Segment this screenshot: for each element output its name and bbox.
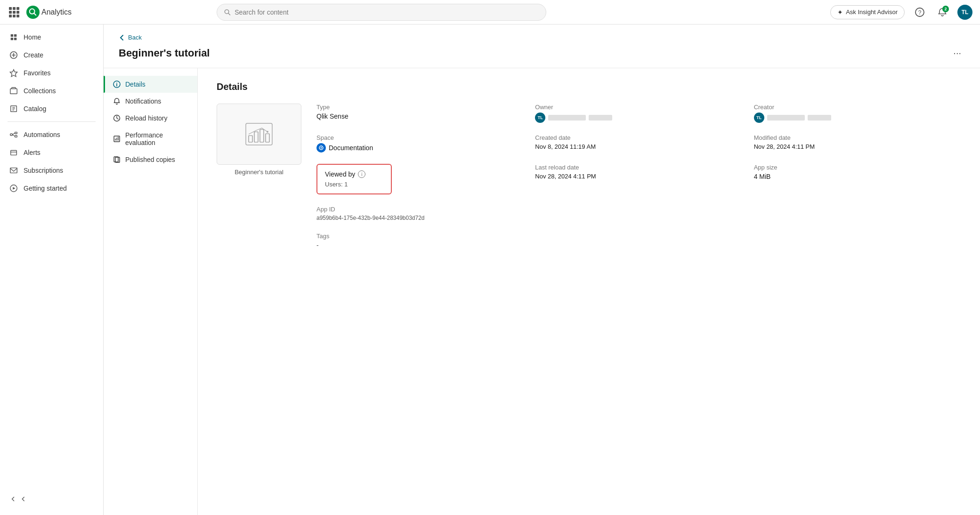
- sidebar-label-automations: Automations: [24, 131, 60, 138]
- sidebar: Home Create Favorites Collections Catalo…: [0, 24, 104, 515]
- svg-rect-42: [254, 132, 258, 142]
- tab-details-label: Details: [125, 80, 146, 88]
- sidebar-item-favorites[interactable]: Favorites: [0, 64, 103, 82]
- tab-published-copies[interactable]: Published copies: [104, 151, 197, 168]
- svg-rect-43: [260, 129, 264, 142]
- space-value: Documentation: [329, 144, 373, 152]
- svg-point-47: [321, 147, 322, 149]
- creator-name-blur: [767, 115, 805, 121]
- space-inner-icon: [318, 145, 324, 151]
- svg-marker-28: [13, 187, 15, 189]
- meta-app-id: App ID a959b6b4-175e-432b-9e44-28349b03d…: [316, 206, 524, 221]
- type-value: Qlik Sense: [316, 113, 524, 120]
- back-label: Back: [128, 34, 142, 41]
- tab-reload-history[interactable]: Reload history: [104, 110, 197, 127]
- search-bar[interactable]: [217, 4, 546, 21]
- owner-row: TL: [535, 113, 742, 123]
- sidebar-item-create[interactable]: Create: [0, 46, 103, 64]
- app-thumbnail: [217, 104, 301, 165]
- more-options-button[interactable]: ···: [949, 46, 965, 60]
- search-icon: [224, 8, 231, 16]
- details-icon: [113, 80, 121, 88]
- tab-details[interactable]: Details: [104, 76, 197, 93]
- sidebar-item-catalog[interactable]: Catalog: [0, 100, 103, 118]
- last-reload-value: Nov 28, 2024 4:11 PM: [535, 173, 742, 180]
- collapse-arrow-icon: [21, 495, 28, 503]
- meta-row-1: Type Qlik Sense Owner TL: [316, 104, 961, 123]
- sidebar-label-collections: Collections: [24, 87, 56, 95]
- tags-value: -: [316, 241, 961, 249]
- app-preview-row: Beginner's tutorial Type Qlik Sense Owne…: [217, 104, 961, 249]
- svg-point-2: [225, 9, 228, 13]
- qlik-logo: Analytics: [26, 6, 72, 19]
- meta-app-size: App size 4 MiB: [754, 164, 961, 194]
- app-thumbnail-container: Beginner's tutorial: [217, 104, 301, 176]
- owner-name-blur: [548, 115, 586, 121]
- type-label: Type: [316, 104, 524, 111]
- svg-rect-6: [11, 34, 13, 37]
- content-area: Details Notifications Reload history Per…: [104, 68, 980, 515]
- meta-type: Type Qlik Sense: [316, 104, 524, 123]
- sidebar-item-collections[interactable]: Collections: [0, 82, 103, 100]
- page-header: Back Beginner's tutorial ···: [104, 24, 980, 68]
- svg-line-23: [12, 135, 15, 137]
- viewed-by-value: Users: 1: [325, 181, 383, 188]
- collapse-sidebar-button[interactable]: [0, 491, 103, 507]
- grid-icon: [9, 7, 19, 17]
- created-date-value: Nov 8, 2024 11:19 AM: [535, 143, 742, 150]
- details-section-title: Details: [217, 81, 961, 92]
- creator-name-blur-2: [808, 115, 831, 121]
- create-icon: [9, 51, 18, 59]
- creator-row: TL: [754, 113, 961, 123]
- meta-row-2: Space Documentation Created date: [316, 134, 961, 153]
- svg-rect-24: [11, 151, 17, 155]
- sidebar-item-subscriptions[interactable]: Subscriptions: [0, 161, 103, 179]
- search-input[interactable]: [235, 8, 539, 16]
- tab-performance-evaluation[interactable]: Performance evaluation: [104, 127, 197, 151]
- owner-avatar: TL: [535, 113, 545, 123]
- svg-text:?: ?: [918, 9, 922, 16]
- avatar[interactable]: TL: [957, 5, 972, 20]
- app-size-value: 4 MiB: [754, 173, 961, 180]
- svg-line-22: [12, 133, 15, 135]
- help-button[interactable]: ?: [912, 5, 927, 20]
- tab-published-copies-label: Published copies: [125, 156, 175, 163]
- tab-notifications[interactable]: Notifications: [104, 93, 197, 110]
- sidebar-item-automations[interactable]: Automations: [0, 126, 103, 144]
- app-id-value: a959b6b4-175e-432b-9e44-28349b03d72d: [316, 215, 524, 221]
- svg-rect-21: [15, 136, 17, 137]
- tab-notifications-label: Notifications: [125, 97, 161, 105]
- svg-rect-14: [10, 89, 17, 94]
- sidebar-label-home: Home: [24, 33, 41, 41]
- sidebar-label-create: Create: [24, 51, 43, 59]
- sidebar-item-getting-started[interactable]: Getting started: [0, 179, 103, 197]
- topnav-left: Analytics: [8, 5, 72, 20]
- published-copies-icon: [113, 156, 121, 163]
- metadata-container: Type Qlik Sense Owner TL: [316, 104, 961, 249]
- svg-rect-20: [15, 132, 17, 134]
- main-content: Back Beginner's tutorial ··· Details Not…: [104, 24, 980, 515]
- subscriptions-icon: [9, 166, 18, 175]
- collapse-icon: [9, 495, 17, 503]
- creator-label: Creator: [754, 104, 961, 111]
- insight-advisor-button[interactable]: ✦ Ask Insight Advisor: [830, 5, 905, 19]
- getting-started-icon: [9, 184, 18, 193]
- meta-row-5: Tags -: [316, 233, 961, 249]
- sidebar-item-alerts[interactable]: Alerts: [0, 144, 103, 161]
- svg-marker-13: [10, 70, 17, 77]
- notifications-button[interactable]: 2: [935, 5, 950, 20]
- last-reload-label: Last reload date: [535, 164, 742, 171]
- alerts-icon: [9, 148, 18, 157]
- svg-point-45: [267, 131, 268, 133]
- meta-owner: Owner TL: [535, 104, 742, 123]
- tab-performance-label: Performance evaluation: [125, 131, 188, 146]
- info-icon: i: [358, 170, 365, 178]
- sidebar-divider: [8, 121, 96, 122]
- sidebar-item-home[interactable]: Home: [0, 28, 103, 46]
- side-tabs: Details Notifications Reload history Per…: [104, 68, 198, 515]
- back-button[interactable]: Back: [119, 34, 142, 41]
- meta-viewed-by: Viewed by i Users: 1: [316, 164, 524, 194]
- grid-menu-button[interactable]: [8, 5, 23, 20]
- page-title: Beginner's tutorial: [119, 47, 210, 59]
- creator-avatar: TL: [754, 113, 764, 123]
